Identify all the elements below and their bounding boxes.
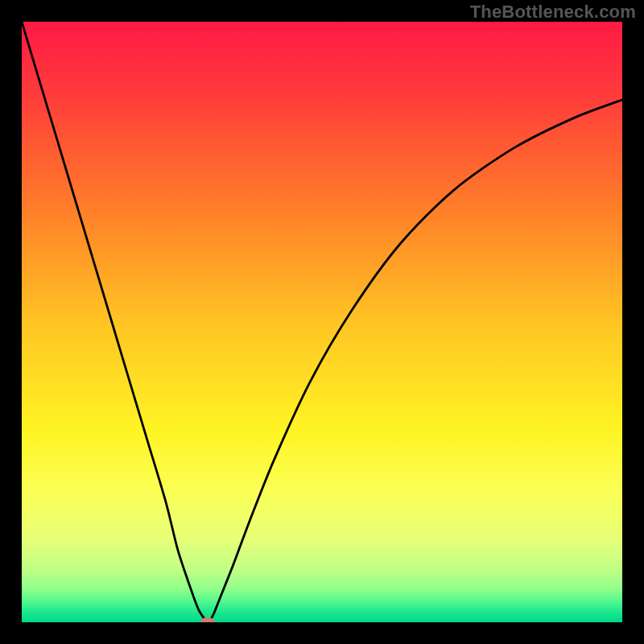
bottleneck-curve [22, 22, 622, 622]
watermark-text: TheBottleneck.com [470, 2, 636, 23]
plot-area [22, 22, 622, 622]
chart-frame: TheBottleneck.com [0, 0, 644, 644]
